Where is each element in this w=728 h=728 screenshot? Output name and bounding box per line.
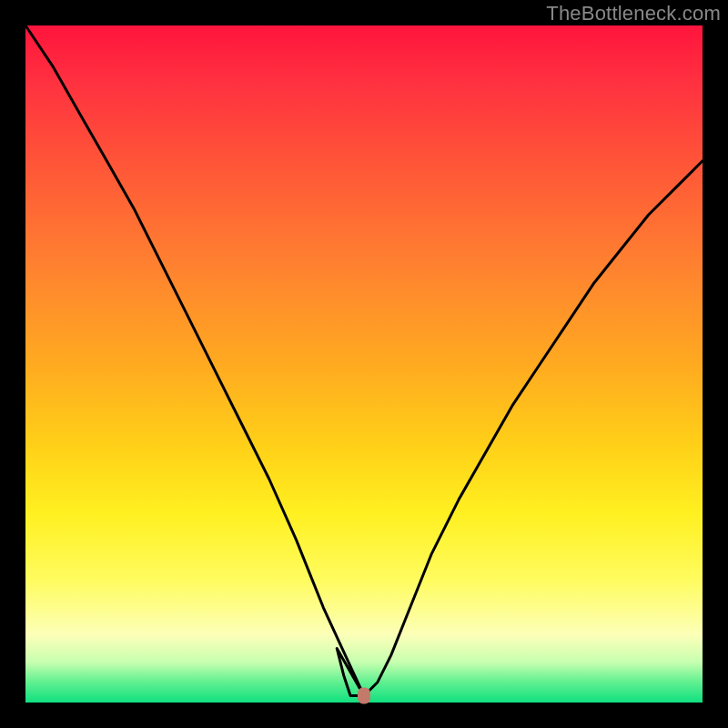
watermark-text: TheBottleneck.com — [546, 2, 721, 25]
chart-svg — [25, 25, 703, 703]
optimum-marker — [358, 688, 370, 704]
chart-container: TheBottleneck.com — [0, 0, 728, 728]
bottleneck-curve — [25, 25, 703, 696]
plot-area — [25, 25, 703, 703]
